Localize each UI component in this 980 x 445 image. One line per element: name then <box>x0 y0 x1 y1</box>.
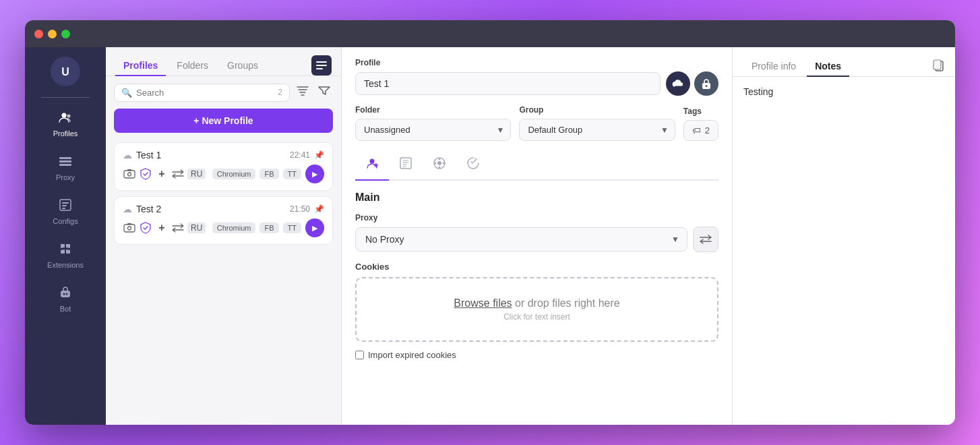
traffic-lights <box>34 30 70 38</box>
dropzone-text: Browse files or drop files right here <box>370 297 704 309</box>
sidebar-item-proxy[interactable]: Proxy <box>35 147 96 188</box>
titlebar <box>25 20 955 47</box>
app-body: U Profiles <box>25 47 955 425</box>
tab-profile-info[interactable]: Profile info <box>743 57 804 77</box>
profile-name-input[interactable] <box>355 72 661 95</box>
add-icon: + <box>155 167 169 181</box>
profile-list: ☁ Test 1 22:41 📌 <box>106 140 341 425</box>
notes-content: Testing <box>733 77 955 107</box>
profile-cloud-icon: ☁ <box>123 204 132 214</box>
svg-rect-22 <box>127 223 131 225</box>
tab-main-settings[interactable] <box>355 150 389 181</box>
proxy-swap-button[interactable] <box>693 227 718 252</box>
screenshot-icon <box>123 167 136 181</box>
folder-field-group: Folder Unassigned ▼ <box>355 105 511 141</box>
proxy-select[interactable]: No Proxy <box>355 227 687 251</box>
new-profile-button[interactable]: + New Profile <box>114 109 333 133</box>
copy-button[interactable] <box>932 59 944 75</box>
svg-rect-5 <box>59 160 71 162</box>
svg-point-37 <box>443 162 445 165</box>
search-bar: 🔍 2 <box>106 76 341 109</box>
shield-icon <box>139 167 152 181</box>
import-expired-text: Import expired cookies <box>368 350 456 360</box>
group-field-group: Group Default Group ▼ <box>519 105 675 141</box>
add-icon: + <box>155 221 169 235</box>
minimize-button[interactable] <box>48 30 57 38</box>
sidebar-item-profiles[interactable]: Profiles <box>35 103 96 144</box>
svg-point-12 <box>63 293 65 295</box>
transfer-icon <box>171 167 185 181</box>
maximize-button[interactable] <box>61 30 70 38</box>
browse-files-link[interactable]: Browse files <box>454 297 512 309</box>
sidebar-item-bot[interactable]: Bot <box>35 278 96 320</box>
tags-button[interactable]: 🏷 2 <box>683 120 718 141</box>
proxy-label: Proxy <box>355 213 718 222</box>
tab-media[interactable] <box>423 150 456 181</box>
sidebar-item-extensions[interactable]: Extensions <box>35 235 96 276</box>
panel-toggle-button[interactable] <box>311 55 332 76</box>
svg-rect-17 <box>124 171 135 178</box>
search-icon: 🔍 <box>121 88 132 98</box>
search-input[interactable] <box>136 88 274 98</box>
profile-actions: + RU Chromium FB TT ▶ <box>123 165 324 183</box>
lock-button[interactable] <box>694 71 718 96</box>
bot-icon <box>58 285 73 302</box>
transfer-icon <box>171 221 185 235</box>
profile-cloud-icon: ☁ <box>123 150 132 160</box>
sidebar-bot-label: Bot <box>60 305 71 313</box>
group-select[interactable]: Default Group <box>519 119 675 141</box>
svg-rect-10 <box>62 208 65 209</box>
svg-point-36 <box>435 162 437 165</box>
svg-rect-39 <box>933 60 941 69</box>
svg-point-2 <box>62 113 67 118</box>
svg-rect-6 <box>59 164 71 166</box>
play-button[interactable]: ▶ <box>305 218 324 237</box>
search-count: 2 <box>278 88 282 97</box>
folder-select[interactable]: Unassigned <box>355 119 511 141</box>
proxy-row: No Proxy ▼ <box>355 227 718 252</box>
tab-cookies[interactable] <box>456 150 490 181</box>
app-window: U Profiles <box>25 20 955 425</box>
sidebar-proxy-label: Proxy <box>56 173 75 181</box>
proxy-icon <box>58 154 73 171</box>
close-button[interactable] <box>34 30 43 38</box>
folder-group-tags-row: Folder Unassigned ▼ Group Default Group <box>355 105 718 141</box>
right-panel: Profile info Notes Testing <box>733 47 955 425</box>
cookies-label: Cookies <box>355 262 718 272</box>
tag-icon: 🏷 <box>692 125 701 136</box>
sidebar-item-configs[interactable]: Configs <box>35 191 96 232</box>
profile-name: ☁ Test 2 <box>123 204 161 214</box>
profile-actions: + RU Chromium FB TT ▶ <box>123 218 324 237</box>
profiles-icon <box>58 110 73 127</box>
svg-rect-19 <box>127 169 131 171</box>
import-expired-checkbox[interactable] <box>355 351 364 359</box>
folder-select-wrap: Unassigned ▼ <box>355 119 511 141</box>
cloud-sync-button[interactable] <box>666 71 690 96</box>
tab-groups[interactable]: Groups <box>219 56 266 76</box>
tag-fb: FB <box>259 169 278 179</box>
cookies-dropzone[interactable]: Browse files or drop files right here Cl… <box>355 277 718 342</box>
profile-item[interactable]: ☁ Test 1 22:41 📌 <box>114 142 333 191</box>
profile-item[interactable]: ☁ Test 2 21:50 📌 <box>114 196 333 245</box>
tab-notes[interactable]: Notes <box>807 57 849 77</box>
svg-rect-16 <box>316 68 323 69</box>
tag-fb: FB <box>259 222 278 233</box>
sort-button[interactable] <box>294 83 311 102</box>
sidebar-configs-label: Configs <box>53 217 78 225</box>
pin-icon: 📌 <box>314 150 324 160</box>
tab-folders[interactable]: Folders <box>169 56 216 76</box>
svg-rect-27 <box>400 158 411 169</box>
svg-point-13 <box>66 293 68 295</box>
pin-icon: 📌 <box>314 204 324 214</box>
middle-panel: Profile <box>342 47 733 425</box>
play-button[interactable]: ▶ <box>305 165 324 183</box>
sidebar-divider <box>41 97 90 98</box>
filter-button[interactable] <box>315 83 333 102</box>
svg-point-33 <box>437 161 441 165</box>
tab-fingerprint[interactable] <box>389 150 423 181</box>
section-title: Main <box>355 191 718 204</box>
tab-profiles[interactable]: Profiles <box>115 56 166 76</box>
import-expired-label[interactable]: Import expired cookies <box>355 350 718 360</box>
svg-text:U: U <box>61 66 69 78</box>
svg-rect-4 <box>59 157 71 159</box>
